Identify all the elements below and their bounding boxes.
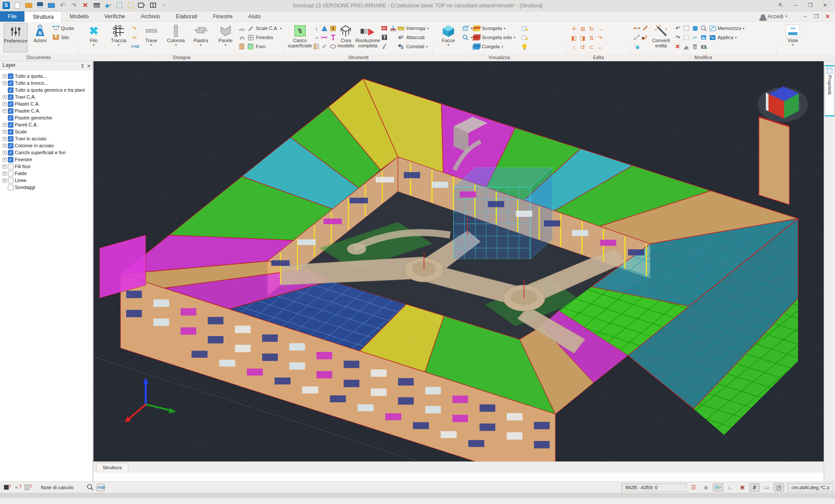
open-project-icon[interactable]: [47, 1, 56, 10]
mdi-restore-button[interactable]: ❐: [811, 12, 822, 21]
panel-close-icon[interactable]: ✕: [87, 62, 91, 70]
zoom-button[interactable]: ▾: [462, 33, 472, 41]
layer-checkbox[interactable]: ✓: [8, 136, 13, 142]
selection-window-icon[interactable]: [115, 1, 124, 10]
expand-toggle[interactable]: +: [3, 137, 7, 141]
layer-checkbox[interactable]: [8, 178, 13, 183]
viste-button[interactable]: ••• Viste: [780, 23, 805, 53]
match-nodes-button[interactable]: [633, 24, 640, 32]
expand-toggle[interactable]: +: [3, 158, 7, 162]
expand-toggle[interactable]: +: [3, 130, 7, 134]
align-top-icon[interactable]: ⇅: [587, 33, 596, 43]
layer-item[interactable]: ✓Tutto a quota generica e tra piani: [2, 86, 93, 93]
tab-file[interactable]: File: [0, 11, 24, 22]
delete-red-icon[interactable]: ✕: [674, 43, 681, 50]
rotate-copy-icon[interactable]: ↷: [596, 33, 605, 43]
undo-icon[interactable]: ↶: [58, 1, 67, 10]
piastra-button[interactable]: Piastra: [189, 23, 213, 53]
tab-modello[interactable]: Modello: [62, 11, 97, 22]
bulb-toggle[interactable]: ◉: [701, 483, 711, 492]
expand-toggle[interactable]: +: [3, 144, 7, 148]
layer-item[interactable]: +✓Pareti C.A.: [2, 121, 93, 128]
tab-aiuto[interactable]: Aiuto: [240, 11, 269, 22]
layer-item[interactable]: +✓Tutto a tronco...: [2, 80, 93, 86]
quote-button[interactable]: Quote: [52, 24, 74, 32]
isolate-bulb-button[interactable]: [521, 24, 528, 32]
point-load-button[interactable]: ↓: [313, 24, 320, 32]
expand-toggle[interactable]: +: [3, 81, 7, 85]
note-di-calcolo-label[interactable]: Note di calcolo: [41, 485, 73, 490]
report-warning-icon[interactable]: [23, 484, 31, 491]
store-view-icon[interactable]: [709, 25, 716, 32]
text-tool-button[interactable]: T: [381, 33, 397, 41]
annotate-ab-button[interactable]: ↗AB: [131, 43, 138, 50]
pencil-button[interactable]: ✎: [131, 24, 138, 32]
cursor-warning-icon[interactable]: ⌖: [12, 484, 21, 491]
tab-elaborati[interactable]: Elaborati: [168, 11, 205, 22]
open-folder-icon[interactable]: [24, 1, 33, 10]
measure-line-button[interactable]: [633, 33, 640, 41]
rotate-icon[interactable]: ↻: [587, 24, 596, 33]
redo-icon[interactable]: ↷: [70, 1, 78, 10]
layer-checkbox[interactable]: [8, 171, 13, 176]
quick-access-more-icon[interactable]: ⹀: [160, 1, 169, 10]
layer-checkbox[interactable]: –: [8, 73, 13, 79]
erase-icon[interactable]: [683, 43, 690, 50]
angle-button[interactable]: °: [633, 43, 640, 50]
layer-item[interactable]: +–Tutto a quota...: [2, 73, 93, 80]
crea-modello-button[interactable]: Crea modello: [337, 23, 354, 53]
interroga-button[interactable]: Interroga▾: [397, 24, 429, 32]
minimize-button[interactable]: ─: [788, 0, 803, 10]
colonna-button[interactable]: Colonna: [164, 23, 188, 53]
layer-item[interactable]: +✓Scale: [2, 128, 93, 135]
drawing-tab-struttura[interactable]: Struttura: [96, 463, 128, 472]
tab-struttura[interactable]: Struttura: [24, 11, 62, 22]
extend-icon[interactable]: →: [596, 24, 605, 33]
restore-button[interactable]: ❐: [803, 0, 818, 10]
expand-toggle[interactable]: +: [3, 172, 7, 176]
scissors-icon[interactable]: ✂: [691, 34, 698, 41]
layer-item[interactable]: ✓Piastre generiche: [2, 114, 93, 121]
apply-view-icon[interactable]: [709, 34, 716, 41]
filo-button[interactable]: ✖ Filo: [82, 23, 106, 53]
stretch-v-icon[interactable]: ↕: [570, 43, 578, 52]
layer-checkbox[interactable]: ✓: [8, 94, 13, 100]
mirror-v-icon[interactable]: ◨: [578, 33, 587, 43]
attaccati-button[interactable]: Attaccati: [397, 33, 429, 41]
bulb-button[interactable]: [521, 43, 528, 50]
find-icon[interactable]: [700, 25, 707, 32]
move-icon[interactable]: ✛: [570, 24, 578, 33]
layer-item[interactable]: +✓Colonne in acciaio: [2, 142, 93, 149]
help-up-icon[interactable]: ⇱: [773, 0, 788, 10]
risoluzione-completa-button[interactable]: Risoluzione completa: [355, 23, 380, 53]
snap-diamond-icon[interactable]: ◆▾: [104, 1, 112, 10]
converti-entita-button[interactable]: Converti entità: [649, 23, 673, 53]
memorizza-button[interactable]: Memorizza: [718, 26, 741, 31]
tab-finestre[interactable]: Finestre: [205, 11, 240, 22]
delete-icon[interactable]: ✕: [81, 1, 90, 10]
expand-toggle[interactable]: +: [3, 179, 7, 182]
model-warning-icon[interactable]: [2, 484, 10, 491]
expand-toggle[interactable]: +: [3, 123, 7, 127]
layer-item[interactable]: +✓Travi C.A.: [2, 93, 93, 100]
new-file-icon[interactable]: [13, 1, 22, 10]
layer-item[interactable]: +Linee: [2, 177, 93, 184]
selection-rect-icon[interactable]: [683, 25, 690, 32]
expand-toggle[interactable]: +: [3, 102, 7, 106]
congela-button[interactable]: Congela▾: [473, 43, 520, 50]
window-single-icon[interactable]: ▾: [137, 1, 146, 10]
layer-checkbox[interactable]: ✓: [8, 87, 13, 93]
close-button[interactable]: ✕: [818, 0, 832, 10]
save-icon[interactable]: [36, 1, 44, 10]
offset-icon[interactable]: ⊂: [587, 43, 596, 52]
blue-region-icon[interactable]: [691, 25, 698, 32]
layer-checkbox[interactable]: ✓: [8, 157, 13, 162]
traccia-button[interactable]: Traccia: [107, 23, 130, 53]
copy-props-button[interactable]: [641, 33, 648, 41]
model-3d-toggle[interactable]: ◳: [774, 483, 784, 492]
layer-checkbox[interactable]: [8, 164, 13, 169]
spin-icon[interactable]: ↺: [578, 43, 587, 52]
parete-button[interactable]: Parete: [214, 23, 237, 53]
scongela-button[interactable]: Scongela▾: [473, 24, 520, 32]
window-tile-icon[interactable]: [149, 1, 157, 10]
